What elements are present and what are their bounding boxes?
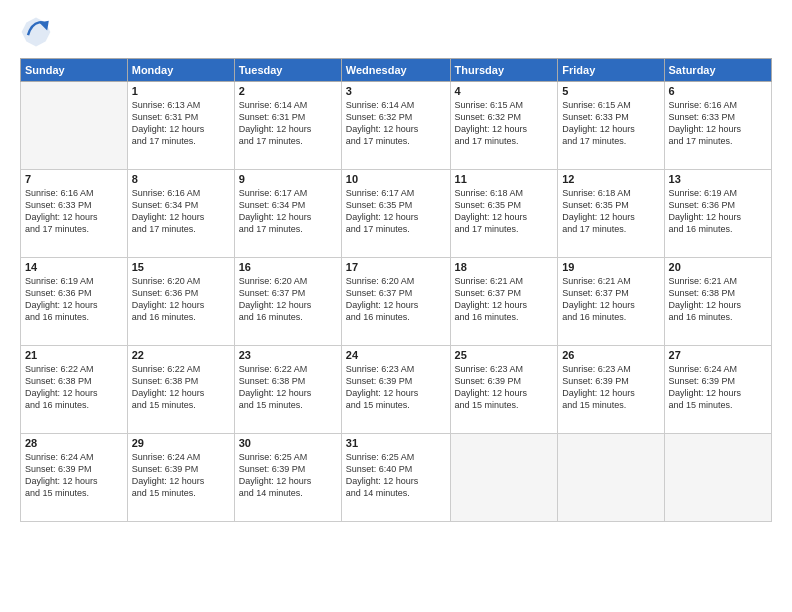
calendar-cell: 25Sunrise: 6:23 AM Sunset: 6:39 PM Dayli… — [450, 346, 558, 434]
day-info: Sunrise: 6:18 AM Sunset: 6:35 PM Dayligh… — [455, 187, 554, 236]
calendar-cell: 21Sunrise: 6:22 AM Sunset: 6:38 PM Dayli… — [21, 346, 128, 434]
day-number: 9 — [239, 173, 337, 185]
calendar-cell: 5Sunrise: 6:15 AM Sunset: 6:33 PM Daylig… — [558, 82, 664, 170]
day-number: 23 — [239, 349, 337, 361]
calendar-cell: 8Sunrise: 6:16 AM Sunset: 6:34 PM Daylig… — [127, 170, 234, 258]
calendar-table: SundayMondayTuesdayWednesdayThursdayFrid… — [20, 58, 772, 522]
calendar-cell: 16Sunrise: 6:20 AM Sunset: 6:37 PM Dayli… — [234, 258, 341, 346]
day-number: 6 — [669, 85, 767, 97]
day-number: 15 — [132, 261, 230, 273]
day-number: 31 — [346, 437, 446, 449]
day-info: Sunrise: 6:25 AM Sunset: 6:40 PM Dayligh… — [346, 451, 446, 500]
header — [20, 16, 772, 48]
day-number: 30 — [239, 437, 337, 449]
day-info: Sunrise: 6:21 AM Sunset: 6:37 PM Dayligh… — [455, 275, 554, 324]
day-info: Sunrise: 6:17 AM Sunset: 6:35 PM Dayligh… — [346, 187, 446, 236]
day-info: Sunrise: 6:15 AM Sunset: 6:32 PM Dayligh… — [455, 99, 554, 148]
day-number: 13 — [669, 173, 767, 185]
calendar-cell: 4Sunrise: 6:15 AM Sunset: 6:32 PM Daylig… — [450, 82, 558, 170]
day-number: 22 — [132, 349, 230, 361]
day-header-wednesday: Wednesday — [341, 59, 450, 82]
day-number: 7 — [25, 173, 123, 185]
calendar-cell: 7Sunrise: 6:16 AM Sunset: 6:33 PM Daylig… — [21, 170, 128, 258]
day-number: 26 — [562, 349, 659, 361]
day-info: Sunrise: 6:16 AM Sunset: 6:34 PM Dayligh… — [132, 187, 230, 236]
day-info: Sunrise: 6:24 AM Sunset: 6:39 PM Dayligh… — [669, 363, 767, 412]
day-info: Sunrise: 6:23 AM Sunset: 6:39 PM Dayligh… — [455, 363, 554, 412]
day-number: 20 — [669, 261, 767, 273]
day-header-sunday: Sunday — [21, 59, 128, 82]
calendar-cell — [558, 434, 664, 522]
calendar-cell — [21, 82, 128, 170]
calendar-cell: 9Sunrise: 6:17 AM Sunset: 6:34 PM Daylig… — [234, 170, 341, 258]
day-info: Sunrise: 6:21 AM Sunset: 6:38 PM Dayligh… — [669, 275, 767, 324]
day-info: Sunrise: 6:20 AM Sunset: 6:36 PM Dayligh… — [132, 275, 230, 324]
calendar-cell: 29Sunrise: 6:24 AM Sunset: 6:39 PM Dayli… — [127, 434, 234, 522]
day-info: Sunrise: 6:19 AM Sunset: 6:36 PM Dayligh… — [669, 187, 767, 236]
day-number: 8 — [132, 173, 230, 185]
day-info: Sunrise: 6:15 AM Sunset: 6:33 PM Dayligh… — [562, 99, 659, 148]
day-number: 16 — [239, 261, 337, 273]
day-info: Sunrise: 6:16 AM Sunset: 6:33 PM Dayligh… — [669, 99, 767, 148]
day-number: 25 — [455, 349, 554, 361]
day-number: 14 — [25, 261, 123, 273]
day-info: Sunrise: 6:23 AM Sunset: 6:39 PM Dayligh… — [562, 363, 659, 412]
page: SundayMondayTuesdayWednesdayThursdayFrid… — [0, 0, 792, 612]
calendar-cell: 22Sunrise: 6:22 AM Sunset: 6:38 PM Dayli… — [127, 346, 234, 434]
calendar-cell: 11Sunrise: 6:18 AM Sunset: 6:35 PM Dayli… — [450, 170, 558, 258]
calendar-cell: 2Sunrise: 6:14 AM Sunset: 6:31 PM Daylig… — [234, 82, 341, 170]
calendar-cell: 3Sunrise: 6:14 AM Sunset: 6:32 PM Daylig… — [341, 82, 450, 170]
calendar-cell — [664, 434, 771, 522]
week-row-5: 28Sunrise: 6:24 AM Sunset: 6:39 PM Dayli… — [21, 434, 772, 522]
logo-icon — [20, 16, 52, 48]
calendar-cell: 26Sunrise: 6:23 AM Sunset: 6:39 PM Dayli… — [558, 346, 664, 434]
day-info: Sunrise: 6:24 AM Sunset: 6:39 PM Dayligh… — [25, 451, 123, 500]
day-info: Sunrise: 6:25 AM Sunset: 6:39 PM Dayligh… — [239, 451, 337, 500]
day-number: 24 — [346, 349, 446, 361]
calendar-cell: 27Sunrise: 6:24 AM Sunset: 6:39 PM Dayli… — [664, 346, 771, 434]
calendar-cell: 18Sunrise: 6:21 AM Sunset: 6:37 PM Dayli… — [450, 258, 558, 346]
calendar-cell: 19Sunrise: 6:21 AM Sunset: 6:37 PM Dayli… — [558, 258, 664, 346]
week-row-1: 1Sunrise: 6:13 AM Sunset: 6:31 PM Daylig… — [21, 82, 772, 170]
day-info: Sunrise: 6:23 AM Sunset: 6:39 PM Dayligh… — [346, 363, 446, 412]
calendar-cell: 31Sunrise: 6:25 AM Sunset: 6:40 PM Dayli… — [341, 434, 450, 522]
calendar-cell: 1Sunrise: 6:13 AM Sunset: 6:31 PM Daylig… — [127, 82, 234, 170]
week-row-2: 7Sunrise: 6:16 AM Sunset: 6:33 PM Daylig… — [21, 170, 772, 258]
day-number: 27 — [669, 349, 767, 361]
day-number: 17 — [346, 261, 446, 273]
day-number: 10 — [346, 173, 446, 185]
day-number: 18 — [455, 261, 554, 273]
day-info: Sunrise: 6:21 AM Sunset: 6:37 PM Dayligh… — [562, 275, 659, 324]
calendar-cell: 6Sunrise: 6:16 AM Sunset: 6:33 PM Daylig… — [664, 82, 771, 170]
day-number: 5 — [562, 85, 659, 97]
day-info: Sunrise: 6:14 AM Sunset: 6:31 PM Dayligh… — [239, 99, 337, 148]
calendar-cell: 17Sunrise: 6:20 AM Sunset: 6:37 PM Dayli… — [341, 258, 450, 346]
day-number: 12 — [562, 173, 659, 185]
day-header-tuesday: Tuesday — [234, 59, 341, 82]
day-number: 29 — [132, 437, 230, 449]
day-number: 3 — [346, 85, 446, 97]
day-number: 19 — [562, 261, 659, 273]
day-info: Sunrise: 6:22 AM Sunset: 6:38 PM Dayligh… — [25, 363, 123, 412]
day-info: Sunrise: 6:17 AM Sunset: 6:34 PM Dayligh… — [239, 187, 337, 236]
day-header-saturday: Saturday — [664, 59, 771, 82]
calendar-cell: 12Sunrise: 6:18 AM Sunset: 6:35 PM Dayli… — [558, 170, 664, 258]
day-number: 2 — [239, 85, 337, 97]
calendar-cell: 30Sunrise: 6:25 AM Sunset: 6:39 PM Dayli… — [234, 434, 341, 522]
week-row-3: 14Sunrise: 6:19 AM Sunset: 6:36 PM Dayli… — [21, 258, 772, 346]
day-info: Sunrise: 6:19 AM Sunset: 6:36 PM Dayligh… — [25, 275, 123, 324]
calendar-cell — [450, 434, 558, 522]
day-header-monday: Monday — [127, 59, 234, 82]
calendar-cell: 23Sunrise: 6:22 AM Sunset: 6:38 PM Dayli… — [234, 346, 341, 434]
day-number: 11 — [455, 173, 554, 185]
calendar-cell: 20Sunrise: 6:21 AM Sunset: 6:38 PM Dayli… — [664, 258, 771, 346]
day-info: Sunrise: 6:14 AM Sunset: 6:32 PM Dayligh… — [346, 99, 446, 148]
calendar-header: SundayMondayTuesdayWednesdayThursdayFrid… — [21, 59, 772, 82]
day-number: 1 — [132, 85, 230, 97]
week-row-4: 21Sunrise: 6:22 AM Sunset: 6:38 PM Dayli… — [21, 346, 772, 434]
calendar-cell: 24Sunrise: 6:23 AM Sunset: 6:39 PM Dayli… — [341, 346, 450, 434]
day-header-thursday: Thursday — [450, 59, 558, 82]
day-info: Sunrise: 6:22 AM Sunset: 6:38 PM Dayligh… — [239, 363, 337, 412]
calendar-cell: 28Sunrise: 6:24 AM Sunset: 6:39 PM Dayli… — [21, 434, 128, 522]
day-number: 21 — [25, 349, 123, 361]
